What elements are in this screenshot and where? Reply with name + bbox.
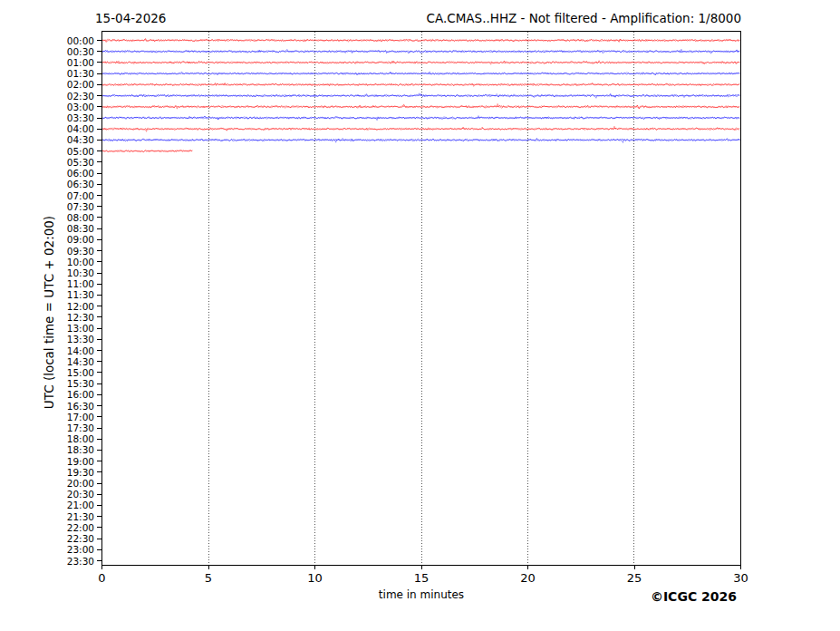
y-tick-label: 18:30 — [34, 444, 94, 455]
y-tick-label: 16:00 — [34, 389, 94, 400]
y-tick-label: 10:30 — [34, 267, 94, 278]
y-tick — [97, 140, 101, 141]
y-tick — [97, 483, 101, 484]
y-tick-label: 22:30 — [34, 533, 94, 544]
y-tick-label: 06:30 — [34, 179, 94, 189]
y-tick-label: 09:30 — [34, 246, 94, 257]
y-tick-label: 09:00 — [34, 234, 94, 245]
y-tick — [97, 62, 101, 63]
y-tick — [97, 73, 101, 74]
x-tick-label: 15 — [406, 571, 437, 585]
y-tick-label: 08:00 — [34, 212, 94, 223]
y-tick — [97, 273, 101, 274]
y-tick — [97, 118, 101, 119]
plot-area — [101, 31, 741, 566]
x-tick-label: 5 — [193, 571, 224, 585]
x-tick — [740, 566, 741, 569]
y-tick — [97, 195, 101, 196]
y-tick — [97, 316, 101, 317]
y-tick — [97, 84, 101, 85]
y-tick — [97, 150, 101, 151]
y-tick-label: 05:00 — [34, 146, 94, 157]
y-tick-label: 12:00 — [34, 301, 94, 312]
y-tick — [97, 184, 101, 185]
x-tick — [527, 566, 528, 569]
y-tick — [97, 416, 101, 417]
y-tick-label: 02:30 — [34, 91, 94, 102]
y-tick-label: 12:30 — [34, 312, 94, 323]
y-tick-label: 20:00 — [34, 478, 94, 489]
y-tick — [97, 106, 101, 107]
y-tick-label: 01:30 — [34, 68, 94, 79]
y-tick-label: 08:30 — [34, 223, 94, 234]
y-tick-label: 22:00 — [34, 522, 94, 533]
x-tick-label: 10 — [300, 571, 331, 585]
date-label: 15-04-2026 — [95, 11, 166, 25]
y-tick-label: 23:30 — [34, 556, 94, 567]
copyright-label: ©ICGC 2026 — [555, 589, 737, 604]
y-tick — [97, 261, 101, 262]
y-tick-label: 14:00 — [34, 345, 94, 356]
y-tick — [97, 560, 101, 561]
y-tick — [97, 173, 101, 174]
y-tick — [97, 471, 101, 472]
y-tick-label: 13:00 — [34, 323, 94, 334]
y-tick-label: 01:00 — [34, 57, 94, 68]
y-tick-label: 00:00 — [34, 35, 94, 46]
y-tick — [97, 306, 101, 306]
y-tick — [97, 539, 101, 539]
y-tick — [97, 494, 101, 495]
y-tick-label: 00:30 — [34, 46, 94, 57]
y-tick — [97, 450, 101, 451]
x-axis-label: time in minutes — [331, 588, 512, 601]
y-tick — [97, 505, 101, 506]
y-tick-label: 17:30 — [34, 422, 94, 433]
y-tick — [97, 206, 101, 207]
y-tick — [97, 527, 101, 528]
y-tick-label: 05:30 — [34, 157, 94, 168]
y-tick — [97, 405, 101, 406]
y-tick-label: 21:30 — [34, 511, 94, 522]
trace-row-04:00 — [102, 126, 739, 131]
y-tick — [97, 516, 101, 517]
y-tick-label: 15:30 — [34, 378, 94, 389]
y-tick-label: 13:30 — [34, 334, 94, 345]
y-tick-label: 04:30 — [34, 134, 94, 145]
y-tick — [97, 129, 101, 130]
y-tick — [97, 383, 101, 384]
y-tick — [97, 350, 101, 351]
y-tick-label: 11:30 — [34, 289, 94, 300]
x-tick-label: 30 — [726, 571, 757, 585]
y-tick-label: 07:00 — [34, 190, 94, 201]
y-tick — [97, 284, 101, 285]
y-tick — [97, 95, 101, 96]
y-tick-label: 03:00 — [34, 102, 94, 112]
y-tick-label: 07:30 — [34, 201, 94, 212]
x-tick — [634, 566, 635, 569]
y-tick-label: 15:00 — [34, 367, 94, 378]
y-tick-label: 20:30 — [34, 489, 94, 500]
y-tick-label: 11:00 — [34, 278, 94, 289]
y-tick — [97, 217, 101, 218]
x-tick — [208, 566, 209, 569]
y-tick — [97, 339, 101, 340]
trace-layer — [102, 32, 740, 565]
y-tick-label: 02:00 — [34, 79, 94, 90]
y-tick — [97, 51, 101, 52]
x-tick — [101, 566, 102, 569]
y-tick — [97, 549, 101, 550]
y-tick-label: 14:30 — [34, 356, 94, 367]
y-tick-label: 23:00 — [34, 544, 94, 555]
x-tick — [421, 566, 422, 569]
x-tick-label: 25 — [619, 571, 650, 585]
y-tick — [97, 394, 101, 395]
y-tick-label: 10:00 — [34, 257, 94, 267]
y-tick-label: 18:00 — [34, 433, 94, 444]
trace-row-03:00 — [102, 103, 739, 109]
x-tick-label: 20 — [513, 571, 544, 585]
y-tick-label: 04:00 — [34, 123, 94, 134]
y-tick — [97, 40, 101, 41]
x-tick — [314, 566, 315, 569]
y-tick — [97, 361, 101, 362]
y-tick-label: 19:30 — [34, 467, 94, 478]
